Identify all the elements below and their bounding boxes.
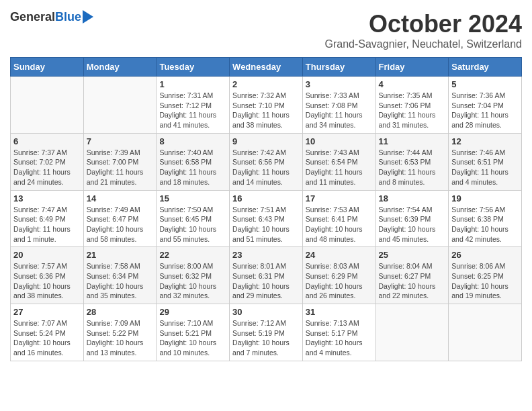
day-info: Sunrise: 7:43 AMSunset: 6:54 PMDaylight:… [306, 148, 373, 187]
day-number: 29 [159, 307, 226, 317]
day-info: Sunrise: 7:49 AMSunset: 6:47 PMDaylight:… [87, 205, 154, 244]
day-info: Sunrise: 8:04 AMSunset: 6:27 PMDaylight:… [379, 261, 446, 301]
header-day-thursday: Thursday [302, 58, 375, 77]
page-header: General Blue October 2024 Grand-Savagnie… [10, 10, 522, 50]
day-info: Sunrise: 7:36 AMSunset: 7:04 PMDaylight:… [451, 91, 519, 130]
calendar-header: SundayMondayTuesdayWednesdayThursdayFrid… [11, 58, 522, 77]
day-number: 10 [306, 136, 373, 146]
day-info: Sunrise: 7:33 AMSunset: 7:08 PMDaylight:… [306, 91, 373, 130]
day-number: 23 [232, 250, 300, 260]
day-info: Sunrise: 7:54 AMSunset: 6:39 PMDaylight:… [379, 205, 446, 244]
calendar-cell [11, 77, 84, 134]
day-number: 25 [379, 250, 446, 260]
day-number: 19 [451, 193, 519, 203]
calendar-cell: 27Sunrise: 7:07 AMSunset: 5:24 PMDayligh… [11, 304, 84, 361]
day-number: 6 [13, 136, 81, 146]
calendar-cell [449, 304, 522, 361]
day-info: Sunrise: 8:03 AMSunset: 6:29 PMDaylight:… [306, 261, 373, 301]
calendar-cell: 16Sunrise: 7:51 AMSunset: 6:43 PMDayligh… [230, 190, 303, 247]
calendar-week-3: 20Sunrise: 7:57 AMSunset: 6:36 PMDayligh… [11, 247, 522, 304]
day-info: Sunrise: 8:06 AMSunset: 6:25 PMDaylight:… [451, 261, 519, 301]
day-number: 7 [87, 136, 154, 146]
header-day-friday: Friday [375, 58, 449, 77]
calendar-cell: 21Sunrise: 7:58 AMSunset: 6:34 PMDayligh… [83, 247, 157, 304]
header-day-sunday: Sunday [11, 58, 84, 77]
day-number: 2 [232, 79, 300, 89]
day-info: Sunrise: 7:50 AMSunset: 6:45 PMDaylight:… [159, 205, 226, 244]
calendar-cell: 22Sunrise: 8:00 AMSunset: 6:32 PMDayligh… [157, 247, 230, 304]
month-title: October 2024 [325, 10, 523, 38]
day-info: Sunrise: 7:58 AMSunset: 6:34 PMDaylight:… [87, 261, 154, 301]
header-day-tuesday: Tuesday [157, 58, 230, 77]
day-info: Sunrise: 7:42 AMSunset: 6:56 PMDaylight:… [232, 148, 300, 187]
day-info: Sunrise: 7:56 AMSunset: 6:38 PMDaylight:… [451, 205, 519, 244]
calendar-cell: 12Sunrise: 7:46 AMSunset: 6:51 PMDayligh… [449, 133, 522, 190]
day-info: Sunrise: 8:01 AMSunset: 6:31 PMDaylight:… [232, 261, 300, 301]
calendar-cell: 8Sunrise: 7:40 AMSunset: 6:58 PMDaylight… [157, 133, 230, 190]
calendar-week-1: 6Sunrise: 7:37 AMSunset: 7:02 PMDaylight… [11, 133, 522, 190]
header-row: SundayMondayTuesdayWednesdayThursdayFrid… [11, 58, 522, 77]
calendar-cell: 29Sunrise: 7:10 AMSunset: 5:21 PMDayligh… [157, 304, 230, 361]
day-number: 11 [379, 136, 446, 146]
day-number: 27 [13, 307, 81, 317]
calendar-cell: 23Sunrise: 8:01 AMSunset: 6:31 PMDayligh… [230, 247, 303, 304]
calendar-cell [375, 304, 449, 361]
calendar-cell: 13Sunrise: 7:47 AMSunset: 6:49 PMDayligh… [11, 190, 84, 247]
day-info: Sunrise: 7:57 AMSunset: 6:36 PMDaylight:… [13, 261, 81, 301]
day-info: Sunrise: 7:40 AMSunset: 6:58 PMDaylight:… [159, 148, 226, 187]
day-number: 31 [306, 307, 373, 317]
calendar-cell: 31Sunrise: 7:13 AMSunset: 5:17 PMDayligh… [302, 304, 375, 361]
calendar-cell: 5Sunrise: 7:36 AMSunset: 7:04 PMDaylight… [449, 77, 522, 134]
day-number: 12 [451, 136, 519, 146]
calendar-cell: 26Sunrise: 8:06 AMSunset: 6:25 PMDayligh… [449, 247, 522, 304]
calendar-week-0: 1Sunrise: 7:31 AMSunset: 7:12 PMDaylight… [11, 77, 522, 134]
day-number: 5 [451, 79, 519, 89]
calendar-cell: 6Sunrise: 7:37 AMSunset: 7:02 PMDaylight… [11, 133, 84, 190]
day-number: 4 [379, 79, 446, 89]
title-section: October 2024 Grand-Savagnier, Neuchatel,… [325, 10, 523, 50]
logo: General Blue [10, 10, 93, 24]
day-info: Sunrise: 7:39 AMSunset: 7:00 PMDaylight:… [87, 148, 154, 187]
day-number: 8 [159, 136, 226, 146]
header-day-monday: Monday [83, 58, 157, 77]
day-info: Sunrise: 7:31 AMSunset: 7:12 PMDaylight:… [159, 91, 226, 130]
calendar-cell: 3Sunrise: 7:33 AMSunset: 7:08 PMDaylight… [302, 77, 375, 134]
day-info: Sunrise: 7:46 AMSunset: 6:51 PMDaylight:… [451, 148, 519, 187]
calendar-table: SundayMondayTuesdayWednesdayThursdayFrid… [10, 57, 522, 361]
day-info: Sunrise: 7:32 AMSunset: 7:10 PMDaylight:… [232, 91, 300, 130]
day-number: 22 [159, 250, 226, 260]
logo-general-text: General [10, 10, 55, 24]
day-number: 3 [306, 79, 373, 89]
day-number: 30 [232, 307, 300, 317]
calendar-cell: 18Sunrise: 7:54 AMSunset: 6:39 PMDayligh… [375, 190, 449, 247]
day-info: Sunrise: 7:37 AMSunset: 7:02 PMDaylight:… [13, 148, 81, 187]
calendar-cell: 2Sunrise: 7:32 AMSunset: 7:10 PMDaylight… [230, 77, 303, 134]
location-subtitle: Grand-Savagnier, Neuchatel, Switzerland [325, 38, 523, 50]
day-number: 21 [87, 250, 154, 260]
day-info: Sunrise: 7:13 AMSunset: 5:17 PMDaylight:… [306, 318, 373, 358]
day-info: Sunrise: 7:53 AMSunset: 6:41 PMDaylight:… [306, 205, 373, 244]
calendar-cell: 9Sunrise: 7:42 AMSunset: 6:56 PMDaylight… [230, 133, 303, 190]
calendar-cell: 28Sunrise: 7:09 AMSunset: 5:22 PMDayligh… [83, 304, 157, 361]
logo-arrow-icon [83, 10, 93, 24]
calendar-cell: 30Sunrise: 7:12 AMSunset: 5:19 PMDayligh… [230, 304, 303, 361]
calendar-cell: 25Sunrise: 8:04 AMSunset: 6:27 PMDayligh… [375, 247, 449, 304]
calendar-cell: 7Sunrise: 7:39 AMSunset: 7:00 PMDaylight… [83, 133, 157, 190]
calendar-cell: 10Sunrise: 7:43 AMSunset: 6:54 PMDayligh… [302, 133, 375, 190]
header-day-wednesday: Wednesday [230, 58, 303, 77]
calendar-week-2: 13Sunrise: 7:47 AMSunset: 6:49 PMDayligh… [11, 190, 522, 247]
calendar-cell [83, 77, 157, 134]
calendar-week-4: 27Sunrise: 7:07 AMSunset: 5:24 PMDayligh… [11, 304, 522, 361]
calendar-cell: 15Sunrise: 7:50 AMSunset: 6:45 PMDayligh… [157, 190, 230, 247]
day-number: 28 [87, 307, 154, 317]
day-number: 24 [306, 250, 373, 260]
day-number: 17 [306, 193, 373, 203]
day-number: 13 [13, 193, 81, 203]
header-day-saturday: Saturday [449, 58, 522, 77]
day-info: Sunrise: 7:47 AMSunset: 6:49 PMDaylight:… [13, 205, 81, 244]
calendar-cell: 11Sunrise: 7:44 AMSunset: 6:53 PMDayligh… [375, 133, 449, 190]
day-info: Sunrise: 7:44 AMSunset: 6:53 PMDaylight:… [379, 148, 446, 187]
day-info: Sunrise: 7:10 AMSunset: 5:21 PMDaylight:… [159, 318, 226, 358]
day-number: 20 [13, 250, 81, 260]
day-info: Sunrise: 7:07 AMSunset: 5:24 PMDaylight:… [13, 318, 81, 358]
